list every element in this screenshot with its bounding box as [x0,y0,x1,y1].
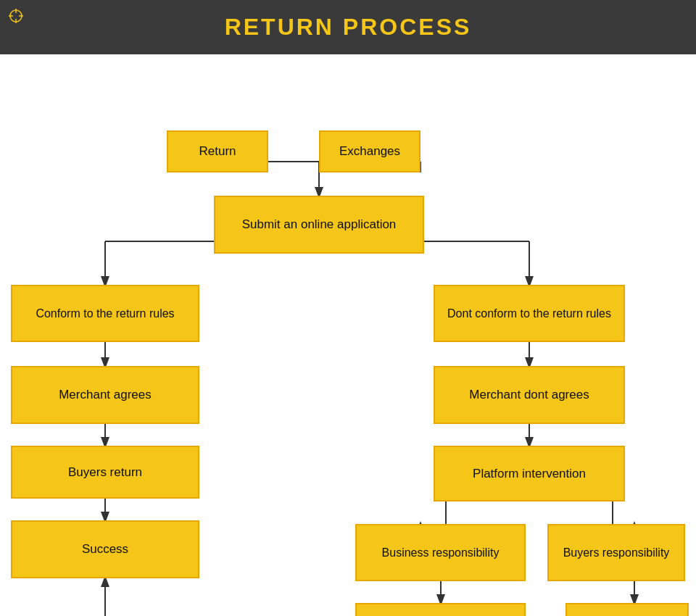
buyers-resp-box: Buyers responsibility [547,524,685,581]
buyers-return-left-box: Buyers return [11,446,199,499]
failure-box: Failure [566,603,689,616]
dont-conform-box: Dont conform to the return rules [434,285,625,342]
business-resp-box: Business responsibility [355,524,526,581]
success-box: Success [11,520,199,578]
merchant-agrees-box: Merchant agrees [11,366,199,424]
header: RETURN PROCESS [0,0,696,54]
flowchart-area: Return Exchanges Submit an online applic… [0,54,696,616]
submit-box: Submit an online application [214,196,424,254]
crosshair-icon [9,9,23,23]
buyers-return-right-box: Buyers return [355,603,526,616]
platform-box: Platform intervention [434,446,625,501]
merchant-dont-agrees-box: Merchant dont agrees [434,366,625,424]
page-title: RETURN PROCESS [225,14,472,41]
return-box: Return [167,130,268,172]
conform-box: Conform to the return rules [11,285,199,342]
exchanges-box: Exchanges [319,130,420,172]
